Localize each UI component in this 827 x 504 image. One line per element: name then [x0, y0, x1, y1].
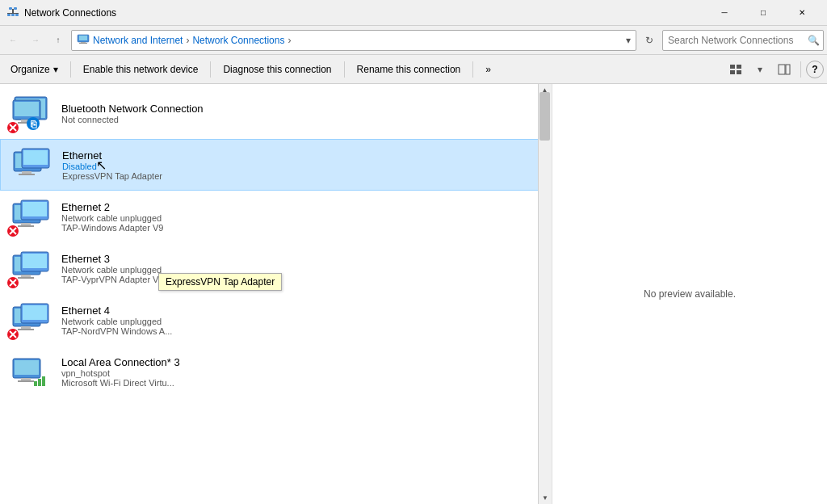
bluetooth-status: Not connected: [61, 115, 545, 124]
scroll-down-button[interactable]: ▼: [539, 492, 552, 504]
localarea-status: vpn_hotspot: [61, 368, 545, 378]
ethernet3-status: Network cable unplugged: [61, 265, 545, 275]
no-preview-text: No preview available.: [644, 288, 736, 300]
svg-rect-48: [23, 254, 47, 268]
address-path[interactable]: Network and Internet › Network Connectio…: [71, 30, 636, 51]
ethernet-adapter: ExpressVPN Tap Adapter: [62, 171, 544, 181]
enable-device-button[interactable]: Enable this network device: [76, 58, 206, 81]
path-sep-1: ›: [186, 35, 189, 46]
bluetooth-info: Bluetooth Network Connection Not connect…: [61, 103, 545, 124]
svg-rect-64: [18, 380, 34, 382]
toolbar-sep-3: [344, 61, 345, 78]
svg-text:⎘: ⎘: [31, 119, 37, 130]
localarea-name: Local Area Connection* 3: [61, 356, 545, 368]
ethernet2-adapter: TAP-Windows Adapter V9: [61, 223, 545, 233]
scrollbar-thumb[interactable]: [539, 92, 550, 141]
svg-rect-8: [79, 36, 87, 40]
svg-rect-10: [79, 43, 87, 44]
preview-pane-button[interactable]: [773, 58, 796, 81]
ethernet-status: Disabled: [62, 162, 544, 171]
search-box: 🔍: [662, 30, 824, 51]
bluetooth-icon-container: ⎘: [6, 92, 55, 134]
ethernet3-icon-container: [6, 247, 55, 289]
toolbar: Organize ▾ Enable this network device Di…: [0, 55, 827, 84]
ethernet4-adapter: TAP-NordVPN Windows A...: [61, 326, 545, 336]
cursor-indicator: ↖: [96, 158, 107, 173]
search-input[interactable]: [663, 35, 804, 46]
view-options-button[interactable]: [724, 58, 747, 81]
svg-rect-20: [15, 102, 39, 116]
ethernet4-name: Ethernet 4: [61, 304, 545, 317]
svg-rect-6: [11, 14, 15, 16]
svg-rect-2: [9, 7, 12, 10]
localarea-info: Local Area Connection* 3 vpn_hotspot Mic…: [61, 356, 545, 388]
svg-rect-57: [23, 305, 47, 320]
path-network-connections: Network Connections: [192, 35, 284, 46]
ethernet2-info: Ethernet 2 Network cable unplugged TAP-W…: [61, 201, 545, 233]
svg-rect-46: [18, 277, 34, 279]
address-bar: ← → ↑ Network and Internet › Network Con…: [0, 26, 827, 55]
svg-rect-33: [23, 150, 48, 165]
error-badge-bluetooth: [6, 121, 19, 134]
svg-rect-63: [21, 378, 31, 380]
ethernet2-icon-container: [6, 195, 55, 237]
localarea-adapter: Microsoft Wi-Fi Direct Virtu...: [61, 378, 545, 388]
help-button[interactable]: ?: [806, 61, 824, 78]
svg-rect-16: [786, 65, 790, 74]
svg-rect-11: [730, 65, 735, 69]
connection-item-localarea[interactable]: Local Area Connection* 3 vpn_hotspot Mic…: [0, 346, 552, 397]
ethernet2-status: Network cable unplugged: [61, 213, 545, 223]
organize-label: Organize: [10, 64, 50, 75]
refresh-button[interactable]: ↻: [640, 31, 659, 50]
svg-rect-14: [737, 70, 741, 74]
path-network-internet: Network and Internet: [93, 35, 183, 46]
error-badge-ethernet3: [6, 276, 19, 289]
diagnose-button[interactable]: Diagnose this connection: [216, 58, 338, 81]
maximize-button[interactable]: □: [745, 0, 782, 26]
svg-rect-1: [12, 9, 14, 13]
dropdown-view-btn[interactable]: ▾: [749, 58, 771, 81]
ethernet3-adapter: TAP-VyprVPN Adapter V9: [61, 275, 545, 284]
connection-item-bluetooth[interactable]: ⎘ Bluetooth Network Connection Not conne…: [0, 87, 552, 139]
svg-rect-66: [38, 379, 41, 386]
main-content: ⎘ Bluetooth Network Connection Not conne…: [0, 84, 827, 504]
ethernet4-icon-container: [6, 299, 55, 341]
organize-button[interactable]: Organize ▾: [3, 58, 65, 81]
forward-button[interactable]: →: [26, 31, 45, 50]
ethernet2-name: Ethernet 2: [61, 201, 545, 213]
toolbar-sep-4: [472, 61, 473, 78]
toolbar-sep-2: [210, 61, 211, 78]
svg-rect-54: [21, 326, 31, 329]
back-button[interactable]: ←: [3, 31, 23, 50]
svg-rect-39: [23, 202, 47, 216]
path-sep-2: ›: [288, 35, 291, 46]
ethernet4-info: Ethernet 4 Network cable unplugged TAP-N…: [61, 304, 545, 336]
ethernet-info: Ethernet Disabled ExpressVPN Tap Adapter: [62, 149, 544, 181]
ethernet-icon-container: [7, 144, 56, 186]
error-badge-ethernet2: [6, 225, 19, 237]
minimize-button[interactable]: ─: [706, 0, 743, 26]
toolbar-sep-5: [800, 61, 801, 78]
connection-item-ethernet4[interactable]: Ethernet 4 Network cable unplugged TAP-N…: [0, 294, 552, 346]
connection-list: ⎘ Bluetooth Network Connection Not conne…: [0, 84, 552, 504]
ethernet3-info: Ethernet 3 Network cable unplugged TAP-V…: [61, 253, 545, 284]
ethernet-name: Ethernet: [62, 149, 544, 162]
svg-rect-45: [21, 275, 31, 277]
toolbar-sep-1: [70, 61, 71, 78]
title-bar: Network Connections ─ □ ✕: [0, 0, 827, 26]
up-button[interactable]: ↑: [48, 31, 68, 50]
preview-pane: No preview available.: [552, 84, 827, 504]
svg-rect-4: [7, 14, 10, 16]
svg-rect-3: [14, 7, 17, 10]
more-options-button[interactable]: »: [478, 58, 498, 81]
search-icon[interactable]: 🔍: [804, 35, 823, 46]
address-dropdown-btn[interactable]: ▾: [626, 35, 631, 46]
connection-item-ethernet[interactable]: Ethernet Disabled ExpressVPN Tap Adapter…: [0, 139, 552, 191]
connection-item-ethernet2[interactable]: Ethernet 2 Network cable unplugged TAP-W…: [0, 191, 552, 242]
connection-item-ethernet3[interactable]: Ethernet 3 Network cable unplugged TAP-V…: [0, 242, 552, 294]
close-button[interactable]: ✕: [783, 0, 821, 26]
rename-button[interactable]: Rename this connection: [350, 58, 468, 81]
svg-rect-13: [730, 70, 735, 74]
svg-rect-67: [42, 376, 45, 386]
svg-rect-62: [15, 360, 39, 375]
